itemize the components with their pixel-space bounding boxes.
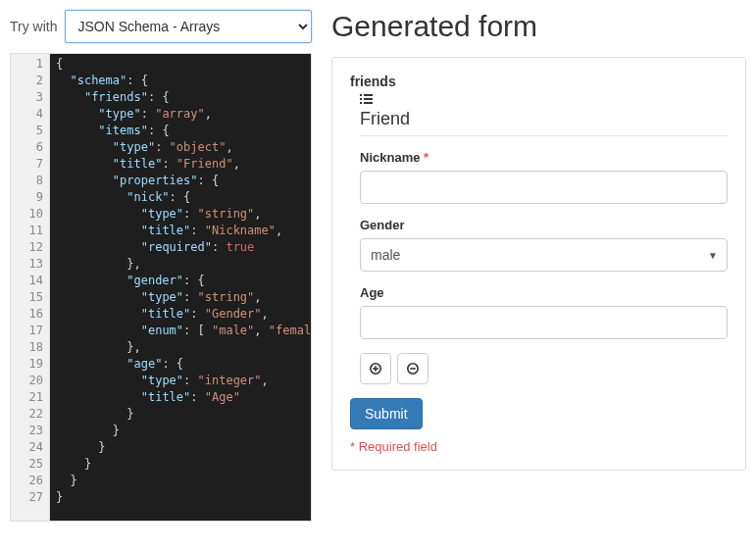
remove-icon [407, 363, 419, 375]
example-select[interactable]: JSON Schema - Arrays [65, 10, 312, 43]
field-age: Age [360, 285, 728, 339]
svg-rect-3 [364, 98, 373, 100]
svg-rect-5 [364, 102, 373, 104]
svg-rect-0 [360, 94, 362, 96]
array-legend: friends [350, 74, 728, 89]
field-nickname: Nickname * [360, 150, 728, 204]
code-editor[interactable]: 1234567891011121314151617181920212223242… [10, 53, 312, 522]
trywith-row: Try with JSON Schema - Arrays [10, 10, 312, 43]
svg-rect-4 [360, 102, 362, 104]
item-title: Friend [360, 109, 728, 136]
list-icon [360, 93, 728, 107]
nickname-input[interactable] [360, 171, 728, 204]
code-content[interactable]: { "schema": { "friends": { "type": "arra… [50, 54, 311, 521]
submit-button[interactable]: Submit [350, 398, 423, 429]
gender-label: Gender [360, 218, 728, 232]
trywith-label: Try with [10, 19, 57, 34]
generated-form: friends Friend Nickname * Gender [331, 57, 746, 471]
add-icon [370, 363, 381, 375]
age-label: Age [360, 285, 728, 300]
field-gender: Gender male ▼ [360, 218, 728, 272]
svg-rect-2 [360, 98, 362, 100]
required-note: * Required field [350, 439, 728, 454]
age-input[interactable] [360, 306, 728, 339]
line-gutter: 1234567891011121314151617181920212223242… [11, 54, 50, 521]
required-marker: * [424, 150, 428, 165]
gender-select[interactable]: male [360, 238, 728, 272]
add-item-button[interactable] [360, 353, 391, 384]
page-title: Generated form [331, 10, 746, 43]
nickname-label: Nickname * [360, 150, 728, 165]
svg-rect-1 [364, 94, 373, 96]
remove-item-button[interactable] [397, 353, 428, 384]
